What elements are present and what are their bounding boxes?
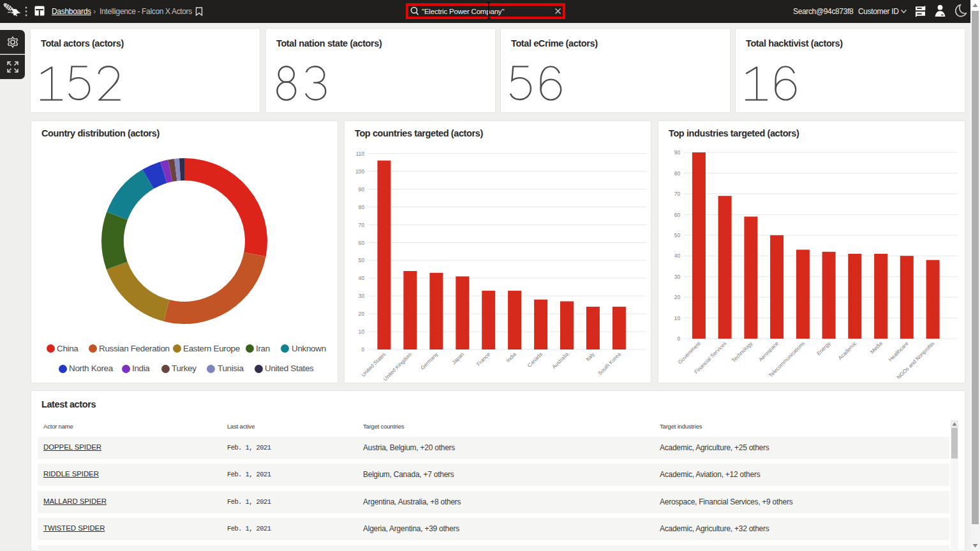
svg-text:Government: Government (676, 340, 702, 365)
svg-text:India: India (505, 351, 517, 364)
svg-text:Germany: Germany (419, 351, 440, 371)
svg-text:60: 60 (674, 212, 681, 218)
svg-text:20: 20 (674, 294, 681, 300)
svg-text:Energy: Energy (815, 340, 832, 356)
svg-text:0: 0 (361, 346, 364, 353)
svg-text:10: 10 (359, 328, 365, 335)
svg-text:50: 50 (674, 232, 681, 239)
svg-text:80: 80 (674, 170, 681, 177)
svg-text:90: 90 (674, 149, 681, 156)
svg-text:30: 30 (674, 274, 681, 280)
svg-text:80: 80 (359, 204, 365, 210)
svg-text:110: 110 (356, 151, 365, 157)
svg-text:40: 40 (359, 275, 365, 281)
svg-text:South Korea: South Korea (597, 351, 622, 376)
svg-text:70: 70 (674, 191, 681, 197)
svg-text:Technology: Technology (731, 340, 754, 364)
svg-text:Aerospace: Aerospace (757, 340, 780, 362)
svg-text:0: 0 (677, 335, 680, 342)
svg-text:60: 60 (359, 240, 365, 246)
svg-text:10: 10 (674, 315, 681, 321)
svg-text:Italy: Italy (584, 351, 596, 362)
svg-text:Japan: Japan (450, 351, 465, 365)
svg-text:Academic: Academic (836, 340, 858, 361)
svg-text:France: France (475, 351, 492, 367)
svg-text:Healthcare: Healthcare (887, 340, 910, 363)
svg-text:50: 50 (359, 257, 365, 263)
svg-text:Media: Media (869, 340, 884, 355)
svg-text:20: 20 (359, 311, 365, 317)
svg-text:30: 30 (359, 293, 365, 299)
svg-text:Australia: Australia (551, 351, 570, 370)
svg-text:Canada: Canada (526, 351, 544, 369)
svg-text:90: 90 (359, 186, 365, 193)
svg-text:40: 40 (674, 253, 681, 259)
svg-text:United States: United States (360, 351, 387, 378)
svg-text:70: 70 (359, 222, 365, 228)
svg-text:100: 100 (355, 168, 364, 175)
